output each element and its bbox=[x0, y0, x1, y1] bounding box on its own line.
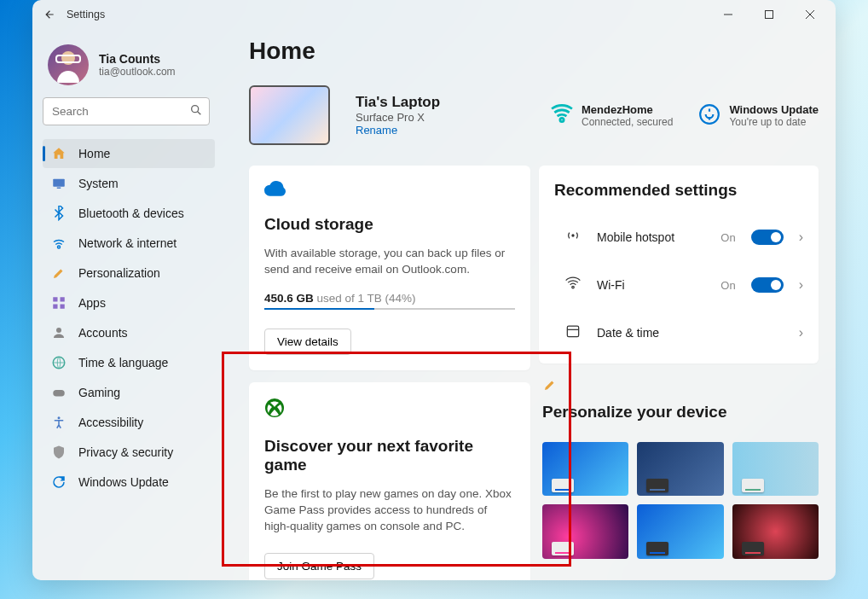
nav-network[interactable]: Network & internet bbox=[43, 229, 215, 258]
setting-hotspot[interactable]: Mobile hotspot On › bbox=[554, 215, 813, 259]
nav-label: Bluetooth & devices bbox=[78, 206, 184, 220]
view-details-button[interactable]: View details bbox=[264, 329, 351, 355]
card-heading: Discover your next favorite game bbox=[264, 437, 515, 474]
toggle-state: On bbox=[720, 231, 735, 244]
nav-accounts[interactable]: Accounts bbox=[43, 318, 215, 347]
wifi-status[interactable]: MendezHomeConnected, secured bbox=[551, 103, 673, 128]
setting-label: Wi-Fi bbox=[597, 278, 705, 292]
nav-label: Time & language bbox=[78, 356, 168, 369]
section-heading: Personalize your device bbox=[542, 403, 819, 432]
nav-apps[interactable]: Apps bbox=[43, 288, 215, 317]
wifi-icon bbox=[564, 275, 582, 295]
update-icon bbox=[51, 474, 67, 490]
nav-label: Gaming bbox=[78, 386, 120, 399]
minimize-button[interactable] bbox=[718, 4, 738, 25]
svg-rect-17 bbox=[567, 326, 578, 337]
profile[interactable]: Tia Counts tia@outlook.com bbox=[43, 39, 215, 97]
wifi-icon bbox=[51, 236, 67, 251]
nav-label: Privacy & security bbox=[78, 445, 173, 459]
search-icon bbox=[189, 103, 203, 120]
chevron-right-icon: › bbox=[799, 325, 803, 340]
svg-point-2 bbox=[192, 106, 199, 113]
theme-tile[interactable] bbox=[542, 442, 628, 496]
search-input[interactable] bbox=[43, 97, 210, 125]
card-text: With available storage, you can back up … bbox=[264, 246, 515, 278]
profile-name: Tia Counts bbox=[99, 52, 176, 66]
svg-point-16 bbox=[571, 234, 574, 236]
calendar-icon bbox=[564, 323, 582, 343]
device-thumbnail bbox=[249, 85, 330, 145]
globe-icon bbox=[51, 355, 67, 370]
avatar bbox=[48, 44, 89, 85]
chevron-right-icon: › bbox=[799, 230, 803, 245]
nav-system[interactable]: System bbox=[43, 169, 215, 198]
update-status[interactable]: Windows UpdateYou're up to date bbox=[698, 103, 819, 128]
chevron-right-icon: › bbox=[799, 277, 803, 293]
nav-update[interactable]: Windows Update bbox=[43, 468, 215, 497]
toggle-switch[interactable] bbox=[751, 277, 784, 293]
svg-rect-8 bbox=[53, 305, 57, 309]
theme-tile[interactable] bbox=[637, 442, 723, 496]
nav-label: Network & internet bbox=[78, 236, 176, 250]
titlebar: Settings bbox=[32, 0, 836, 29]
wifi-label: MendezHome bbox=[582, 103, 673, 116]
toggle-state: On bbox=[720, 279, 735, 292]
nav-gaming[interactable]: Gaming bbox=[43, 378, 215, 407]
rename-link[interactable]: Rename bbox=[356, 124, 440, 137]
sidebar: Tia Counts tia@outlook.com Home System B… bbox=[32, 29, 222, 580]
svg-line-3 bbox=[198, 112, 201, 115]
nav-accessibility[interactable]: Accessibility bbox=[43, 408, 215, 437]
join-gamepass-button[interactable]: Join Game Pass bbox=[264, 553, 374, 579]
nav-label: Windows Update bbox=[78, 475, 169, 489]
svg-rect-9 bbox=[61, 305, 65, 309]
nav-label: Apps bbox=[78, 296, 106, 310]
setting-wifi[interactable]: Wi-Fi On › bbox=[554, 263, 813, 307]
device-model: Surface Pro X bbox=[356, 111, 440, 124]
nav-label: System bbox=[78, 177, 119, 190]
window-title: Settings bbox=[67, 9, 105, 20]
nav-home[interactable]: Home bbox=[43, 139, 215, 168]
brush-icon bbox=[542, 377, 819, 396]
apps-icon bbox=[51, 295, 67, 311]
svg-rect-5 bbox=[57, 188, 61, 189]
svg-point-13 bbox=[58, 416, 61, 419]
nav-label: Accounts bbox=[78, 326, 128, 340]
svg-rect-1 bbox=[766, 11, 773, 19]
svg-rect-7 bbox=[61, 297, 65, 301]
svg-point-10 bbox=[56, 328, 61, 333]
device-name: Tia's Laptop bbox=[356, 94, 440, 111]
card-text: Be the first to play new games on day on… bbox=[264, 486, 515, 535]
close-button[interactable] bbox=[800, 4, 820, 25]
nav-personalization[interactable]: Personalization bbox=[43, 259, 215, 288]
nav-bluetooth[interactable]: Bluetooth & devices bbox=[43, 199, 215, 228]
wifi-icon bbox=[551, 103, 573, 125]
back-button[interactable] bbox=[39, 4, 60, 25]
hotspot-icon bbox=[564, 227, 582, 247]
theme-tile[interactable] bbox=[732, 442, 819, 496]
theme-tile[interactable] bbox=[542, 504, 628, 558]
nav-label: Home bbox=[78, 147, 110, 160]
update-icon bbox=[698, 103, 720, 125]
setting-datetime[interactable]: Date & time › bbox=[554, 311, 813, 355]
svg-rect-6 bbox=[53, 297, 57, 301]
wifi-sub: Connected, secured bbox=[582, 116, 673, 128]
device-header: Tia's Laptop Surface Pro X Rename Mendez… bbox=[249, 85, 819, 145]
svg-rect-4 bbox=[53, 179, 65, 187]
nav-privacy[interactable]: Privacy & security bbox=[43, 438, 215, 467]
nav-time[interactable]: Time & language bbox=[43, 348, 215, 377]
maximize-button[interactable] bbox=[759, 4, 779, 25]
accessibility-icon bbox=[51, 415, 67, 430]
theme-tile[interactable] bbox=[637, 504, 723, 558]
update-label: Windows Update bbox=[729, 103, 819, 116]
theme-tile[interactable] bbox=[732, 504, 819, 558]
setting-label: Date & time bbox=[597, 326, 784, 340]
personalize-section: Personalize your device bbox=[539, 372, 819, 559]
settings-window: Settings Tia Counts tia@outlook.com Home bbox=[32, 0, 836, 580]
person-icon bbox=[51, 325, 67, 340]
card-heading: Cloud storage bbox=[264, 215, 515, 234]
gamepad-icon bbox=[51, 385, 67, 400]
nav-label: Accessibility bbox=[78, 416, 143, 429]
cloud-storage-card: Cloud storage With available storage, yo… bbox=[249, 166, 530, 370]
toggle-switch[interactable] bbox=[751, 230, 784, 245]
bluetooth-icon bbox=[51, 206, 67, 221]
